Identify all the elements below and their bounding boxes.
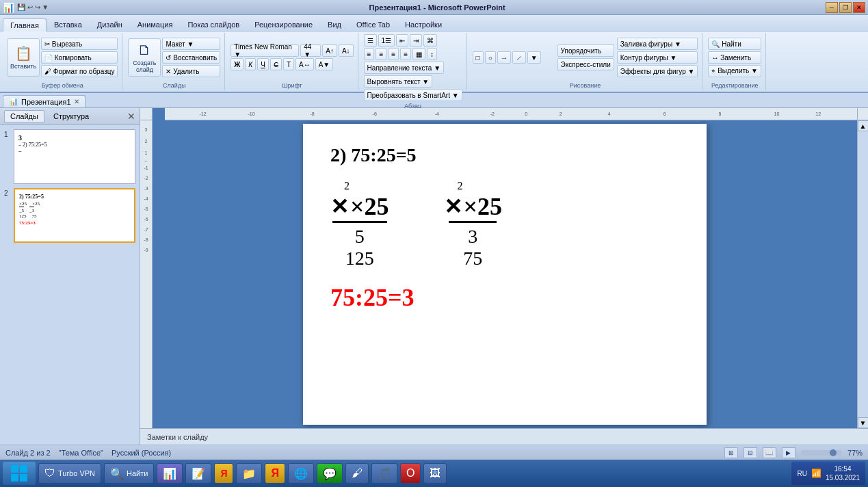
decrease-indent-button[interactable]: ⇤ (396, 34, 408, 47)
tab-home[interactable]: Главная (3, 18, 47, 31)
tab-officetab[interactable]: Office Tab (349, 18, 397, 31)
arrow-button[interactable]: → (497, 51, 511, 64)
layout-button[interactable]: Макет ▼ (162, 38, 220, 50)
justify-button[interactable]: ≡ (400, 48, 411, 60)
taskbar-search[interactable]: 🔍 Найти (104, 463, 154, 484)
doc-tab-close-button[interactable]: ✕ (74, 98, 79, 105)
numbering-button[interactable]: 1☰ (378, 34, 395, 47)
slide-sorter-button[interactable]: ⊟ (744, 447, 757, 458)
tab-insert[interactable]: Вставка (47, 18, 90, 31)
delete-button[interactable]: ✕ Удалить (162, 65, 220, 77)
normal-view-button[interactable]: ⊞ (724, 447, 738, 458)
cut-button[interactable]: ✂ Вырезать (41, 38, 118, 50)
convert-smartart-button[interactable]: Преобразовать в SmartArt ▼ (364, 89, 462, 101)
tab-review[interactable]: Рецензирование (247, 18, 320, 31)
italic-button[interactable]: К (245, 58, 256, 70)
bullets-button[interactable]: ☰ (364, 34, 377, 47)
zoom-thumb[interactable] (830, 449, 837, 456)
arrange-button[interactable]: Экспресс-стили (557, 58, 614, 70)
spacing-button[interactable]: А↔ (295, 58, 314, 70)
tab-design[interactable]: Дизайн (90, 18, 130, 31)
taskbar-files[interactable]: 📁 (236, 463, 262, 484)
panel-tab-outline[interactable]: Структура (47, 110, 95, 122)
panel-close-button[interactable]: ✕ (127, 111, 135, 122)
strikethrough-button[interactable]: С̶ (270, 58, 282, 70)
clock-date: 15.03.2021 (826, 473, 860, 482)
copy-button[interactable]: 📄 Копировать (41, 51, 118, 64)
fill-button[interactable]: Заливка фигуры ▼ (617, 38, 698, 50)
align-text-button[interactable]: Выровнять текст ▼ (364, 75, 433, 88)
smartart-button[interactable]: ⌘ (423, 34, 437, 47)
slide-thumb-2[interactable]: 2) 75:25=5 ×25×25 _5 _3 12575 75:25=3 (14, 188, 135, 243)
minimize-button[interactable]: ─ (826, 2, 838, 13)
taskbar-whatsapp[interactable]: 💬 (317, 463, 343, 484)
taskbar-paint[interactable]: 🖌 (345, 463, 369, 484)
increase-font-button[interactable]: A↑ (322, 44, 337, 57)
scroll-down-button[interactable]: ▼ (858, 417, 869, 428)
taskbar-word[interactable]: 📝 (185, 463, 211, 484)
thumb-1-dash: – (18, 148, 131, 154)
shadow-button[interactable]: Т (283, 58, 294, 70)
tab-slideshow[interactable]: Показ слайдов (180, 18, 247, 31)
font-size-dropdown[interactable]: 44 ▼ (300, 44, 321, 57)
bold-button[interactable]: Ж (231, 58, 244, 70)
format-copy-button[interactable]: 🖌 Формат по образцу (41, 65, 118, 77)
taskbar-media[interactable]: 🎵 (371, 463, 397, 484)
align-center-button[interactable]: ≡ (376, 48, 386, 60)
v-ruler-n5: -5 (144, 207, 148, 211)
paste-button[interactable]: 📋 Вставить (7, 38, 40, 77)
close-button[interactable]: ✕ (853, 2, 865, 13)
vertical-scrollbar[interactable]: ▲ ▼ (857, 120, 868, 428)
underline-button[interactable]: Ч (257, 58, 269, 70)
tab-view[interactable]: Вид (320, 18, 349, 31)
select-button[interactable]: ⌖ Выделить ▼ (708, 65, 761, 77)
more-shapes-button[interactable]: ▼ (527, 51, 541, 64)
tab-settings[interactable]: Настройки (397, 18, 449, 31)
line-button[interactable]: ⟋ (512, 51, 526, 64)
replace-button[interactable]: ↔ Заменить (708, 51, 761, 64)
slide-thumb-1[interactable]: 3 – 2) 75:25=5 – (14, 129, 135, 184)
oval-button[interactable]: ○ (485, 51, 496, 64)
taskbar-powerpoint[interactable]: 📊 (157, 463, 183, 484)
doc-tab-label: Презентация1 (21, 98, 71, 106)
search-taskbar-icon: 🔍 (110, 467, 124, 480)
reset-button[interactable]: ↺ Восстановить (162, 51, 220, 64)
scroll-up-button[interactable]: ▲ (858, 120, 869, 131)
line-spacing-button[interactable]: ↕ (427, 48, 437, 60)
text-direction-button[interactable]: Направление текста ▼ (364, 62, 444, 74)
reading-view-button[interactable]: 📖 (763, 447, 776, 458)
notes-area[interactable]: Заметки к слайду (140, 428, 868, 445)
align-left-button[interactable]: ≡ (364, 48, 375, 60)
quick-styles-button[interactable]: Упорядочить (557, 44, 614, 57)
increase-indent-button[interactable]: ⇥ (410, 34, 422, 47)
window-controls[interactable]: ─ ❐ ✕ (826, 2, 865, 13)
slide-canvas[interactable]: 2) 75:25=5 2 ✕ ×25 5 (153, 120, 857, 428)
taskbar-yandex2[interactable]: Я (265, 463, 285, 484)
decrease-font-button[interactable]: A↓ (339, 44, 354, 57)
font-color-button[interactable]: А▼ (315, 58, 334, 70)
columns-button[interactable]: ▦ (412, 48, 425, 60)
clipboard-label: Буфер обмена (42, 81, 83, 89)
doc-tab-presentation[interactable]: 📊 Презентация1 ✕ (3, 95, 86, 107)
align-right-button[interactable]: ≡ (388, 48, 399, 60)
tab-animation[interactable]: Анимация (130, 18, 181, 31)
slideshow-button[interactable]: ▶ (782, 447, 795, 458)
taskbar-yandex[interactable]: Я (214, 463, 233, 484)
slide-content[interactable]: 2) 75:25=5 2 ✕ ×25 5 (303, 124, 707, 425)
taskbar-photos[interactable]: 🖼 (423, 463, 447, 484)
taskbar-chrome[interactable]: 🌐 (288, 463, 314, 484)
taskbar-clock: 16:54 15.03.2021 (826, 464, 860, 482)
col2-underline-num: 3 (449, 226, 497, 248)
effects-button[interactable]: Эффекты для фигур ▼ (617, 65, 698, 77)
start-button[interactable] (3, 462, 36, 485)
new-slide-button[interactable]: 🗋 Создать слайд (128, 38, 161, 77)
shape-button[interactable]: □ (473, 51, 484, 64)
panel-tab-slides[interactable]: Слайды (4, 110, 44, 122)
taskbar-opera[interactable]: O (400, 463, 421, 484)
font-name-dropdown[interactable]: Times New Roman ▼ (231, 44, 299, 57)
zoom-slider[interactable] (801, 450, 842, 456)
taskbar-vpn[interactable]: 🛡 Turbo VPN (38, 463, 101, 484)
restore-button[interactable]: ❐ (839, 2, 852, 13)
outline-button[interactable]: Контур фигуры ▼ (617, 51, 698, 64)
find-button[interactable]: 🔍 Найти (708, 38, 761, 50)
